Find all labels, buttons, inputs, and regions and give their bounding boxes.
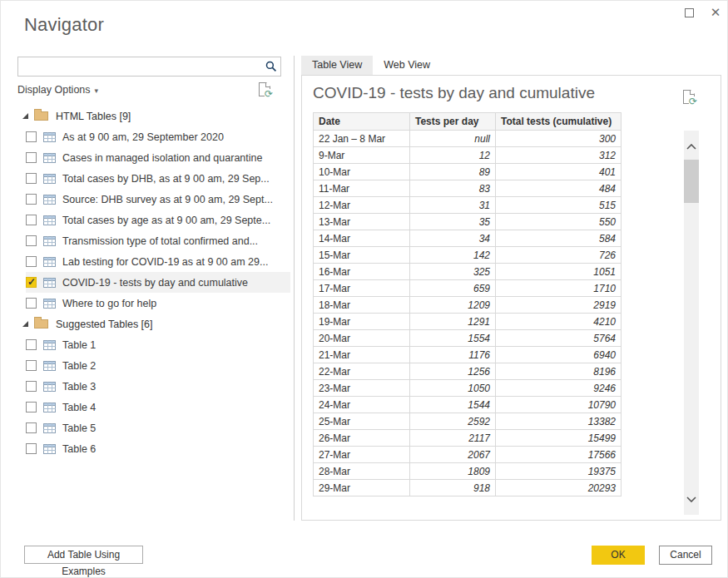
table-icon [43,299,56,309]
cancel-button[interactable]: Cancel [659,546,712,565]
column-header-total-tests: Total tests (cumulative) [496,113,622,131]
column-header-date: Date [314,113,410,131]
scrollbar-thumb[interactable] [684,160,699,203]
cell-date: 17-Mar [314,280,410,297]
table-row: 14-Mar 34 584 [314,230,622,247]
tree-item-label: HTML Tables [9] [56,111,131,122]
tab-web-view[interactable]: Web View [373,56,441,75]
add-table-using-examples-button[interactable]: Add Table Using Examples [24,546,143,564]
cell-total-tests: 8196 [496,363,622,380]
tree-item[interactable]: Suggested Tables [6] [17,314,290,334]
cell-date: 26-Mar [314,430,410,447]
cell-total-tests: 515 [496,197,622,214]
cell-tests-per-day: 1209 [410,297,496,314]
table-checkbox[interactable] [26,277,37,288]
search-input[interactable] [18,57,262,76]
table-checkbox[interactable] [26,131,37,142]
tree-item[interactable]: Total cases by DHB, as at 9 00 am, 29 Se… [26,168,290,189]
cell-total-tests: 4210 [496,314,622,330]
cell-tests-per-day: 12 [410,147,496,164]
table-checkbox[interactable] [26,402,37,413]
table-checkbox[interactable] [26,298,37,309]
cell-total-tests: 300 [496,131,622,147]
tree-item[interactable]: HTML Tables [9] [17,106,290,126]
preview-scrollbar[interactable] [684,131,699,515]
table-row: 26-Mar 2117 15499 [314,430,622,447]
maximize-button[interactable] [680,4,698,21]
tree-item[interactable]: Table 3 [26,376,290,397]
page-title: Navigator [24,14,104,36]
table-icon [43,382,56,392]
tree-item[interactable]: COVID-19 - tests by day and cumulative [26,272,290,293]
tree-item-label: Lab testing for COVID-19 as at 9 00 am 2… [62,256,268,268]
refresh-preview-button[interactable]: ⟳ [683,90,695,104]
cell-tests-per-day: 31 [410,197,496,214]
cell-total-tests: 5764 [496,330,622,347]
table-checkbox[interactable] [26,194,37,205]
tree-item[interactable]: Table 6 [26,438,290,459]
table-checkbox[interactable] [26,339,37,350]
cell-total-tests: 17566 [496,447,622,463]
tab-table-view[interactable]: Table View [301,56,373,75]
cell-tests-per-day: 89 [410,164,496,180]
table-checkbox[interactable] [26,381,37,392]
table-row: 13-Mar 35 550 [314,214,622,230]
cell-date: 22-Mar [314,363,410,380]
cell-tests-per-day: 2067 [410,447,496,463]
cell-total-tests: 6940 [496,347,622,363]
close-icon: ✕ [711,5,721,20]
cell-tests-per-day: 659 [410,280,496,297]
tree-item-label: Source: DHB survey as at 9 00 am, 29 Sep… [62,194,273,205]
table-checkbox[interactable] [26,173,37,184]
cell-tests-per-day: 2592 [410,413,496,430]
tree-item[interactable]: As at 9 00 am, 29 September 2020 [26,126,290,147]
tree-item-label: Table 6 [62,443,96,455]
navigator-dialog: Navigator ✕ Display Options▾ ⟳ [0,0,728,578]
tree-item[interactable]: Source: DHB survey as at 9 00 am, 29 Sep… [26,189,290,210]
cell-total-tests: 2919 [496,297,622,314]
scroll-down-icon[interactable] [684,490,699,508]
table-checkbox[interactable] [26,443,37,454]
expand-triangle-icon[interactable] [22,321,28,327]
tree-item[interactable]: Transmission type of total confirmed and… [26,230,290,251]
table-row: 24-Mar 1544 10790 [314,397,622,413]
cell-date: 29-Mar [314,480,410,496]
tree-item[interactable]: Table 5 [26,417,290,438]
cell-tests-per-day: 918 [410,480,496,496]
cell-date: 11-Mar [314,180,410,197]
table-checkbox[interactable] [26,422,37,433]
tree-item[interactable]: Table 2 [26,355,290,376]
tree-item-label: As at 9 00 am, 29 September 2020 [62,131,224,143]
cell-total-tests: 9246 [496,380,622,397]
scroll-up-icon[interactable] [684,137,699,156]
cell-total-tests: 401 [496,164,622,180]
table-checkbox[interactable] [26,256,37,267]
tree-item[interactable]: Table 4 [26,397,290,417]
tree-item[interactable]: Where to go for help [26,293,290,314]
expand-triangle-icon[interactable] [22,113,28,119]
tree-item[interactable]: Cases in managed isolation and quarantin… [26,147,290,168]
close-button[interactable]: ✕ [706,4,725,21]
ok-button[interactable]: OK [592,546,645,565]
table-checkbox[interactable] [26,152,37,163]
refresh-list-button[interactable]: ⟳ [259,82,270,96]
tree-item-label: Table 5 [62,422,96,434]
cell-date: 13-Mar [314,214,410,230]
pane-divider [294,56,295,521]
cell-date: 10-Mar [314,164,410,180]
table-row: 18-Mar 1209 2919 [314,297,622,314]
tree-item[interactable]: Total cases by age as at 9 00 am, 29 Sep… [26,210,290,230]
tree-item-label: Total cases by DHB, as at 9 00 am, 29 Se… [62,173,270,185]
display-options-dropdown[interactable]: Display Options▾ [17,84,98,96]
search-icon[interactable] [262,61,280,72]
table-checkbox[interactable] [26,235,37,246]
cell-date: 21-Mar [314,347,410,363]
cell-total-tests: 1051 [496,264,622,280]
table-checkbox[interactable] [26,215,37,225]
table-checkbox[interactable] [26,360,37,371]
table-icon [43,153,56,163]
tree-item[interactable]: Lab testing for COVID-19 as at 9 00 am 2… [26,251,290,272]
tree-item[interactable]: Table 1 [26,334,290,355]
search-box [17,57,281,77]
cell-date: 23-Mar [314,380,410,397]
